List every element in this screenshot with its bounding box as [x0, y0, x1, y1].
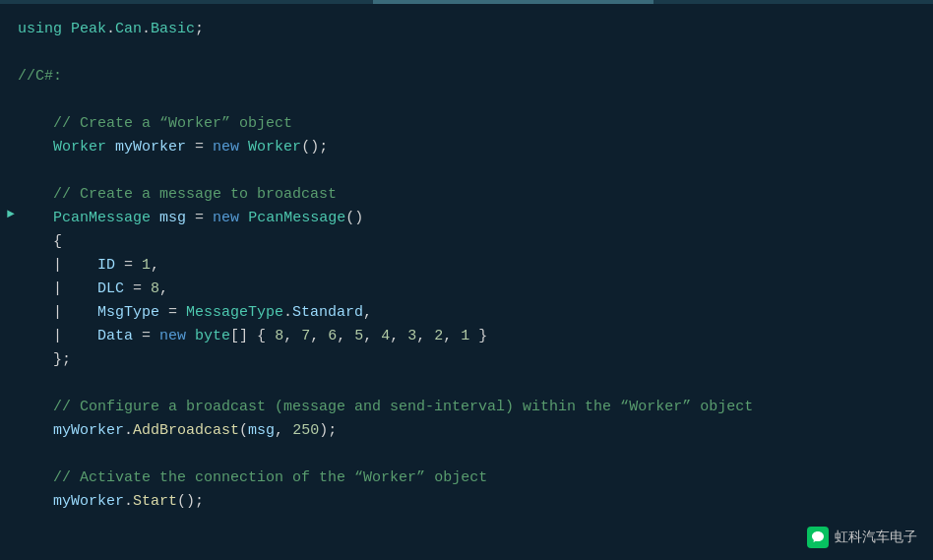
token: 4 — [381, 328, 390, 344]
code-line: //C#: — [0, 65, 933, 89]
token: Peak — [62, 21, 106, 37]
code-text: | Data = new byte[] { 8, 7, 6, 5, 4, 3, … — [18, 325, 923, 348]
token: using — [18, 21, 62, 37]
token: 3 — [407, 328, 416, 344]
token — [18, 186, 53, 203]
token: 1 — [142, 257, 151, 274]
token: msg — [159, 210, 186, 226]
token: , — [337, 328, 354, 344]
token: , — [390, 328, 407, 344]
token: . — [142, 21, 151, 37]
token — [151, 210, 159, 226]
token: Basic — [151, 21, 195, 37]
token: | — [18, 280, 97, 297]
code-line: Worker myWorker = new Worker(); — [0, 136, 933, 159]
arrow-marker: ► — [7, 207, 15, 221]
token: 2 — [434, 328, 443, 344]
token: object — [691, 399, 753, 415]
code-line: }; — [0, 348, 933, 372]
token: | — [18, 304, 97, 321]
token: 250 — [292, 422, 319, 439]
token — [239, 210, 248, 226]
token: Data — [97, 328, 133, 344]
code-text: myWorker.Start(); — [18, 490, 923, 514]
token: 8 — [275, 328, 283, 344]
token — [106, 139, 115, 156]
line-marker: ► — [8, 207, 14, 221]
token — [18, 139, 53, 156]
token: byte — [195, 328, 230, 344]
code-line: ► PcanMessage msg = new PcanMessage() — [0, 207, 933, 230]
token — [18, 469, 53, 486]
token: ); — [319, 422, 337, 439]
token: Can — [115, 21, 142, 37]
code-line: | ID = 1, — [0, 254, 933, 278]
token: . — [124, 422, 133, 439]
token: Standard — [292, 304, 363, 321]
token: } — [469, 328, 487, 344]
token: // Create a message to broadcast — [53, 186, 337, 203]
token: myWorker — [53, 422, 124, 439]
code-line: myWorker.AddBroadcast(msg, 250); — [0, 419, 933, 443]
code-text: { — [18, 230, 923, 254]
token: | — [18, 328, 97, 344]
token — [186, 328, 195, 344]
token: , — [443, 328, 461, 344]
token: ” — [416, 469, 425, 486]
token: , — [159, 280, 168, 297]
watermark-text: 虹科汽车电子 — [835, 529, 917, 546]
token: “ — [159, 115, 168, 132]
token: “ — [620, 399, 629, 415]
code-line: using Peak.Can.Basic; — [0, 18, 933, 41]
token: new — [159, 328, 186, 344]
code-line — [0, 159, 933, 183]
token: , — [416, 328, 434, 344]
code-text: // Create a message to broadcast — [18, 183, 923, 207]
token: myWorker — [53, 493, 124, 510]
token: Worker — [363, 469, 416, 486]
code-text: myWorker.AddBroadcast(msg, 250); — [18, 419, 923, 443]
code-text: Worker myWorker = new Worker(); — [18, 136, 923, 159]
token: { — [248, 328, 275, 344]
token: object — [425, 469, 487, 486]
code-line — [0, 89, 933, 112]
code-text: // Activate the connection of the “Worke… — [18, 467, 923, 490]
code-text: using Peak.Can.Basic; — [18, 18, 923, 41]
token: . — [124, 493, 133, 510]
token: 1 — [461, 328, 469, 344]
token: = — [186, 139, 213, 156]
token: PcanMessage — [53, 210, 151, 226]
token: = — [115, 257, 142, 274]
token — [18, 399, 53, 415]
token: , — [363, 328, 381, 344]
token: object — [230, 115, 292, 132]
token: . — [106, 21, 115, 37]
token: MsgType — [97, 304, 159, 321]
token: 6 — [328, 328, 337, 344]
code-line: // Configure a broadcast (message and se… — [0, 396, 933, 419]
token: ” — [682, 399, 691, 415]
token: MessageType — [186, 304, 283, 321]
code-line — [0, 443, 933, 467]
code-text: }; — [18, 348, 923, 372]
token: 5 — [354, 328, 363, 344]
token — [239, 139, 248, 156]
code-text: // Configure a broadcast (message and se… — [18, 396, 923, 419]
token: // Create a — [53, 115, 159, 132]
token: = — [159, 304, 186, 321]
token — [18, 422, 53, 439]
code-line: // Activate the connection of the “Worke… — [0, 467, 933, 490]
token: , — [283, 328, 301, 344]
code-line: | Data = new byte[] { 8, 7, 6, 5, 4, 3, … — [0, 325, 933, 348]
token: // Configure a broadcast (message and se… — [53, 399, 620, 415]
token: ID — [97, 257, 115, 274]
token: [] — [230, 328, 248, 344]
code-line — [0, 41, 933, 65]
token: = — [124, 280, 151, 297]
token: ” — [221, 115, 230, 132]
code-container: using Peak.Can.Basic;//C#: // Create a “… — [0, 0, 933, 560]
token: = — [133, 328, 159, 344]
token: new — [213, 210, 239, 226]
code-line: | DLC = 8, — [0, 278, 933, 301]
token: (); — [301, 139, 328, 156]
